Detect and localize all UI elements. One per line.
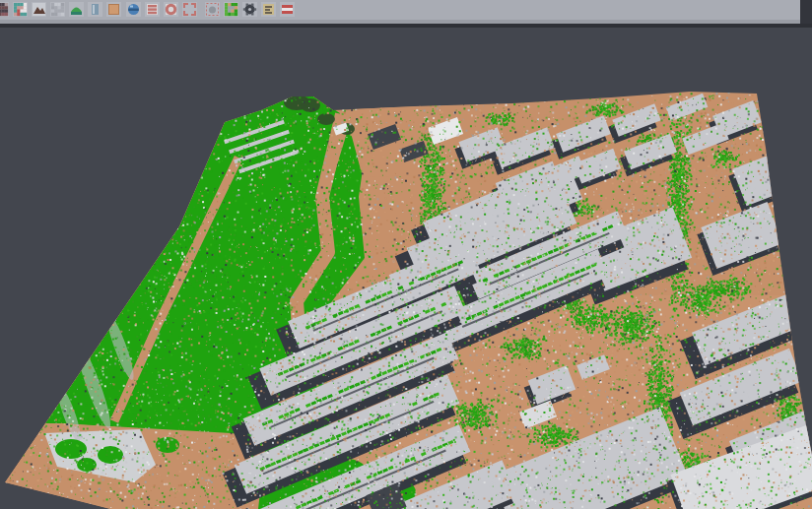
texture-mosaic-icon[interactable] — [0, 2, 9, 17]
viewport-3d-pointcloud[interactable] — [0, 28, 812, 509]
select-object-icon-glyph — [205, 2, 220, 17]
window-edge-corner — [800, 0, 812, 24]
faint-grid-icon[interactable] — [50, 2, 65, 17]
stripe-layers-icon-glyph — [145, 2, 160, 17]
column-icon[interactable] — [88, 2, 102, 17]
ortho-tile-icon-glyph — [106, 2, 121, 17]
classification-map-icon[interactable] — [224, 2, 238, 17]
selection-brackets-icon[interactable] — [182, 2, 197, 17]
application-window — [0, 0, 812, 509]
globe-icon-glyph — [126, 2, 141, 17]
dtm-mound-icon-glyph — [69, 2, 84, 17]
annotation-icon[interactable] — [261, 2, 276, 17]
classify-points-icon-glyph — [13, 2, 28, 17]
column-icon-glyph — [88, 2, 102, 17]
target-ring-icon-glyph — [164, 2, 178, 17]
gear-icon-glyph — [242, 2, 257, 17]
texture-mosaic-icon-glyph — [0, 2, 9, 17]
select-object-icon[interactable] — [205, 2, 220, 17]
classification-map-icon-glyph — [224, 2, 238, 17]
terrain-mountain-icon-glyph — [32, 2, 46, 17]
dtm-mound-icon[interactable] — [69, 2, 84, 17]
ortho-tile-icon[interactable] — [106, 2, 121, 17]
globe-icon[interactable] — [126, 2, 141, 17]
classify-points-icon[interactable] — [13, 2, 28, 17]
main-toolbar — [0, 0, 800, 20]
gear-icon[interactable] — [242, 2, 257, 17]
measure-flag-icon[interactable] — [280, 2, 295, 17]
annotation-icon-glyph — [261, 2, 276, 17]
selection-brackets-icon-glyph — [182, 2, 197, 17]
measure-flag-icon-glyph — [280, 2, 295, 17]
target-ring-icon[interactable] — [164, 2, 178, 17]
terrain-mountain-icon[interactable] — [32, 2, 46, 17]
stripe-layers-icon[interactable] — [145, 2, 160, 17]
faint-grid-icon-glyph — [50, 2, 65, 17]
